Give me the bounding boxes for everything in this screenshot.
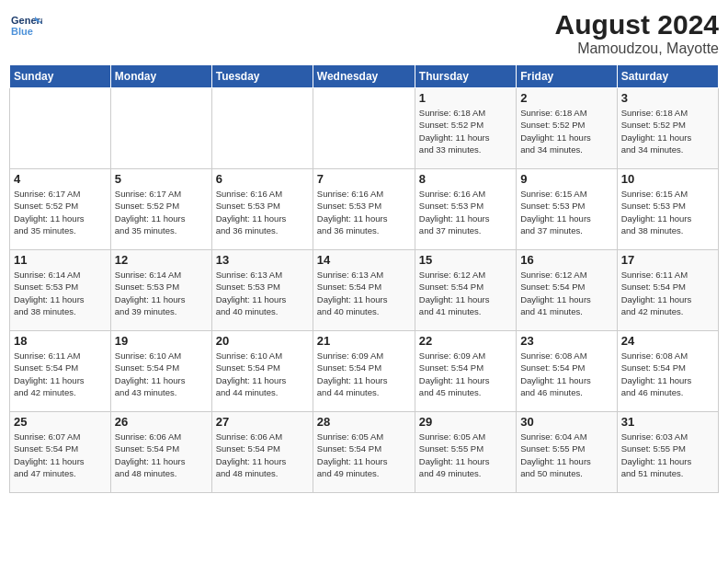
calendar-cell-w4-d4: 21Sunrise: 6:09 AM Sunset: 5:54 PM Dayli… [313,331,415,412]
day-number: 25 [14,415,107,429]
day-number: 24 [621,334,714,348]
day-number: 4 [14,172,107,186]
calendar-cell-w5-d5: 29Sunrise: 6:05 AM Sunset: 5:55 PM Dayli… [415,412,516,493]
calendar-cell-w3-d6: 16Sunrise: 6:12 AM Sunset: 5:54 PM Dayli… [517,250,617,331]
calendar-cell-w2-d5: 8Sunrise: 6:16 AM Sunset: 5:53 PM Daylig… [415,169,516,250]
calendar-cell-w4-d7: 24Sunrise: 6:08 AM Sunset: 5:54 PM Dayli… [617,331,718,412]
calendar-cell-w2-d3: 6Sunrise: 6:16 AM Sunset: 5:53 PM Daylig… [211,169,313,250]
week-row-2: 4Sunrise: 6:17 AM Sunset: 5:52 PM Daylig… [10,169,719,250]
day-info: Sunrise: 6:15 AM Sunset: 5:53 PM Dayligh… [621,188,714,236]
calendar-cell-w5-d4: 28Sunrise: 6:05 AM Sunset: 5:54 PM Dayli… [313,412,415,493]
day-number: 3 [621,91,714,105]
calendar-cell-w3-d1: 11Sunrise: 6:14 AM Sunset: 5:53 PM Dayli… [10,250,111,331]
calendar-table: Sunday Monday Tuesday Wednesday Thursday… [9,64,719,493]
logo-icon: General Blue [9,9,42,42]
day-info: Sunrise: 6:11 AM Sunset: 5:54 PM Dayligh… [621,269,714,317]
day-info: Sunrise: 6:10 AM Sunset: 5:54 PM Dayligh… [216,350,309,398]
day-number: 11 [14,253,107,267]
day-number: 21 [317,334,411,348]
day-info: Sunrise: 6:08 AM Sunset: 5:54 PM Dayligh… [621,350,714,398]
calendar-cell-w3-d7: 17Sunrise: 6:11 AM Sunset: 5:54 PM Dayli… [617,250,718,331]
day-info: Sunrise: 6:18 AM Sunset: 5:52 PM Dayligh… [419,107,512,155]
calendar-cell-w4-d5: 22Sunrise: 6:09 AM Sunset: 5:54 PM Dayli… [415,331,516,412]
day-number: 14 [317,253,411,267]
day-info: Sunrise: 6:11 AM Sunset: 5:54 PM Dayligh… [14,350,107,398]
day-info: Sunrise: 6:05 AM Sunset: 5:54 PM Dayligh… [317,431,411,479]
calendar-cell-w5-d1: 25Sunrise: 6:07 AM Sunset: 5:54 PM Dayli… [10,412,111,493]
calendar-cell-w5-d7: 31Sunrise: 6:03 AM Sunset: 5:55 PM Dayli… [617,412,718,493]
week-row-1: 1Sunrise: 6:18 AM Sunset: 5:52 PM Daylig… [10,88,719,169]
day-info: Sunrise: 6:04 AM Sunset: 5:55 PM Dayligh… [520,431,612,479]
calendar-cell-w5-d2: 26Sunrise: 6:06 AM Sunset: 5:54 PM Dayli… [110,412,211,493]
header-sunday: Sunday [10,65,111,88]
day-info: Sunrise: 6:09 AM Sunset: 5:54 PM Dayligh… [317,350,411,398]
calendar-cell-w3-d3: 13Sunrise: 6:13 AM Sunset: 5:53 PM Dayli… [211,250,313,331]
calendar-cell-w1-d5: 1Sunrise: 6:18 AM Sunset: 5:52 PM Daylig… [415,88,516,169]
day-number: 12 [115,253,208,267]
day-info: Sunrise: 6:16 AM Sunset: 5:53 PM Dayligh… [216,188,309,236]
calendar-header-row: Sunday Monday Tuesday Wednesday Thursday… [10,65,719,88]
day-number: 28 [317,415,411,429]
month-year-title: August 2024 [555,9,719,40]
day-info: Sunrise: 6:12 AM Sunset: 5:54 PM Dayligh… [419,269,512,317]
day-info: Sunrise: 6:06 AM Sunset: 5:54 PM Dayligh… [216,431,309,479]
calendar-cell-w4-d2: 19Sunrise: 6:10 AM Sunset: 5:54 PM Dayli… [110,331,211,412]
calendar-cell-w4-d3: 20Sunrise: 6:10 AM Sunset: 5:54 PM Dayli… [211,331,313,412]
day-info: Sunrise: 6:15 AM Sunset: 5:53 PM Dayligh… [520,188,612,236]
day-info: Sunrise: 6:16 AM Sunset: 5:53 PM Dayligh… [419,188,512,236]
calendar-cell-w2-d6: 9Sunrise: 6:15 AM Sunset: 5:53 PM Daylig… [517,169,617,250]
calendar-cell-w3-d2: 12Sunrise: 6:14 AM Sunset: 5:53 PM Dayli… [110,250,211,331]
calendar-cell-w3-d4: 14Sunrise: 6:13 AM Sunset: 5:54 PM Dayli… [313,250,415,331]
calendar-cell-w1-d2 [110,88,211,169]
header-thursday: Thursday [415,65,516,88]
day-info: Sunrise: 6:05 AM Sunset: 5:55 PM Dayligh… [419,431,512,479]
day-number: 29 [419,415,512,429]
day-number: 31 [621,415,714,429]
day-number: 7 [317,172,411,186]
location-subtitle: Mamoudzou, Mayotte [555,40,719,57]
calendar-cell-w2-d2: 5Sunrise: 6:17 AM Sunset: 5:52 PM Daylig… [110,169,211,250]
day-info: Sunrise: 6:07 AM Sunset: 5:54 PM Dayligh… [14,431,107,479]
calendar-cell-w2-d1: 4Sunrise: 6:17 AM Sunset: 5:52 PM Daylig… [10,169,111,250]
day-number: 2 [520,91,612,105]
day-info: Sunrise: 6:18 AM Sunset: 5:52 PM Dayligh… [520,107,612,155]
calendar-cell-w2-d7: 10Sunrise: 6:15 AM Sunset: 5:53 PM Dayli… [617,169,718,250]
calendar-cell-w1-d3 [211,88,313,169]
calendar-cell-w4-d1: 18Sunrise: 6:11 AM Sunset: 5:54 PM Dayli… [10,331,111,412]
calendar-cell-w4-d6: 23Sunrise: 6:08 AM Sunset: 5:54 PM Dayli… [517,331,617,412]
week-row-4: 18Sunrise: 6:11 AM Sunset: 5:54 PM Dayli… [10,331,719,412]
day-number: 26 [115,415,208,429]
day-number: 16 [520,253,612,267]
day-info: Sunrise: 6:17 AM Sunset: 5:52 PM Dayligh… [115,188,208,236]
day-number: 15 [419,253,512,267]
week-row-3: 11Sunrise: 6:14 AM Sunset: 5:53 PM Dayli… [10,250,719,331]
day-info: Sunrise: 6:13 AM Sunset: 5:53 PM Dayligh… [216,269,309,317]
day-number: 27 [216,415,309,429]
header-monday: Monday [110,65,211,88]
calendar-cell-w2-d4: 7Sunrise: 6:16 AM Sunset: 5:53 PM Daylig… [313,169,415,250]
day-number: 22 [419,334,512,348]
calendar-cell-w1-d6: 2Sunrise: 6:18 AM Sunset: 5:52 PM Daylig… [517,88,617,169]
calendar-cell-w5-d6: 30Sunrise: 6:04 AM Sunset: 5:55 PM Dayli… [517,412,617,493]
header-friday: Friday [517,65,617,88]
header-saturday: Saturday [617,65,718,88]
title-block: August 2024 Mamoudzou, Mayotte [555,9,719,57]
header-tuesday: Tuesday [211,65,313,88]
calendar-cell-w1-d4 [313,88,415,169]
day-info: Sunrise: 6:16 AM Sunset: 5:53 PM Dayligh… [317,188,411,236]
calendar-cell-w1-d7: 3Sunrise: 6:18 AM Sunset: 5:52 PM Daylig… [617,88,718,169]
day-info: Sunrise: 6:03 AM Sunset: 5:55 PM Dayligh… [621,431,714,479]
day-number: 20 [216,334,309,348]
day-number: 8 [419,172,512,186]
calendar-cell-w3-d5: 15Sunrise: 6:12 AM Sunset: 5:54 PM Dayli… [415,250,516,331]
header-wednesday: Wednesday [313,65,415,88]
day-info: Sunrise: 6:10 AM Sunset: 5:54 PM Dayligh… [115,350,208,398]
day-info: Sunrise: 6:17 AM Sunset: 5:52 PM Dayligh… [14,188,107,236]
day-info: Sunrise: 6:08 AM Sunset: 5:54 PM Dayligh… [520,350,612,398]
logo: General Blue [9,9,46,42]
week-row-5: 25Sunrise: 6:07 AM Sunset: 5:54 PM Dayli… [10,412,719,493]
day-number: 5 [115,172,208,186]
day-number: 6 [216,172,309,186]
svg-text:Blue: Blue [11,26,33,37]
day-info: Sunrise: 6:06 AM Sunset: 5:54 PM Dayligh… [115,431,208,479]
